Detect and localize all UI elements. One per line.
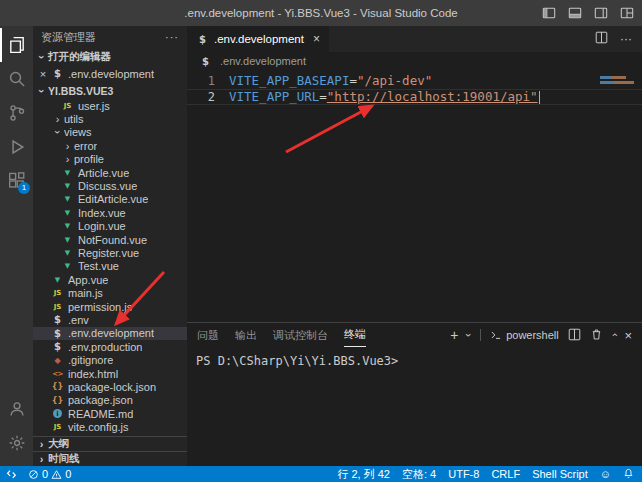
shell-selector[interactable]: powershell [490,329,559,341]
file-name: error [74,140,97,152]
indentation-button[interactable]: 空格: 4 [402,467,436,482]
tree-item-index.html[interactable]: <>index.html [33,367,187,380]
open-editor-item[interactable]: × $ .env.development [33,65,187,82]
source-control-icon[interactable] [0,96,33,130]
tree-item-Register.vue[interactable]: ▼Register.vue [33,246,187,259]
project-header[interactable]: › YI.BBS.VUE3 [33,82,187,99]
toggle-panel-icon[interactable] [568,6,582,20]
tree-item-README.md[interactable]: iREADME.md [33,407,187,420]
tree-item-utils[interactable]: ›utils [33,112,187,125]
breadcrumb[interactable]: $ .env.development [187,52,642,70]
editor-area: $ .env.development × ··· $ .env.developm… [187,26,642,466]
new-terminal-icon[interactable]: + [450,327,458,343]
workbench: 1 资源管理器 ··· › 打开的编辑器 × [0,26,642,466]
extensions-badge: 1 [18,182,30,194]
tab-output[interactable]: 输出 [235,323,257,347]
breadcrumb-item: .env.development [220,55,306,67]
operator: = [349,73,357,89]
open-editors-header[interactable]: › 打开的编辑器 [33,48,187,65]
file-name: EditArticle.vue [78,193,148,205]
tree-item-user.js[interactable]: JSuser.js [33,99,187,112]
chevron-right-icon: › [61,153,74,165]
env-file-icon: $ [51,341,64,352]
file-name: vite.config.js [68,421,129,433]
tree-item-Discuss.vue[interactable]: ▼Discuss.vue [33,179,187,192]
tree-item-.env.production[interactable]: $.env.production [33,340,187,353]
tree-item-EditArticle.vue[interactable]: ▼EditArticle.vue [33,193,187,206]
panel-tab-bar: 问题 输出 调试控制台 终端 + › powershell [187,323,642,347]
tree-item-permission.js[interactable]: JSpermission.js [33,300,187,313]
operator: = [319,89,327,105]
split-editor-icon[interactable] [595,31,608,47]
tree-item-vite.config.js[interactable]: JSvite.config.js [33,420,187,433]
tree-item-.env[interactable]: $.env [33,313,187,326]
more-actions-icon[interactable]: ··· [165,31,179,43]
kill-terminal-icon[interactable] [590,328,603,343]
panel-controls: + › powershell › × [450,323,632,347]
code-line-1[interactable]: 1VITE_APP_BASEAPI="/api-dev" [187,73,642,89]
chevron-right-icon: › [35,453,48,465]
tree-item-Test.vue[interactable]: ▼Test.vue [33,260,187,273]
tree-item-NotFound.vue[interactable]: ▼NotFound.vue [33,233,187,246]
code-line-2[interactable]: 2VITE_APP_URL="http://localhost:19001/ap… [187,89,642,105]
tree-item-.gitignore[interactable]: ◆.gitignore [33,353,187,366]
tree-item-Article.vue[interactable]: ▼Article.vue [33,166,187,179]
run-debug-icon[interactable] [0,130,33,164]
tree-item-error[interactable]: ›error [33,139,187,152]
line-number: 1 [187,73,215,89]
tree-item-Index.vue[interactable]: ▼Index.vue [33,206,187,219]
close-icon[interactable]: × [37,68,49,80]
tree-item-Login.vue[interactable]: ▼Login.vue [33,220,187,233]
close-icon[interactable]: × [313,32,320,46]
tree-item-main.js[interactable]: JSmain.js [33,286,187,299]
tab-debug-console[interactable]: 调试控制台 [273,323,328,347]
remote-indicator[interactable] [6,468,18,480]
file-name: App.vue [68,274,108,286]
extensions-icon[interactable]: 1 [0,164,33,198]
env-value: "/api-dev" [357,73,432,89]
js-file-icon: JS [61,102,74,110]
toggle-sidebar-icon[interactable] [542,6,556,20]
tree-item-profile[interactable]: ›profile [33,153,187,166]
maximize-panel-icon[interactable]: › [608,333,620,337]
status-bar-left: 0 0 [6,468,71,480]
tab-terminal[interactable]: 终端 [344,323,366,347]
terminal-output[interactable]: PS D:\CSharp\Yi\Yi.BBS.Vue3> [187,347,642,466]
terminal-prompt: PS D:\CSharp\Yi\Yi.BBS.Vue3> [196,354,398,368]
chevron-down-icon[interactable]: › [463,333,475,337]
window-title: .env.development - Yi.BBS.Vue3 - Visual … [184,7,457,19]
eol-button[interactable]: CRLF [491,468,520,480]
toggle-secondary-sidebar-icon[interactable] [594,6,608,20]
tree-item-.env.development[interactable]: $.env.development [33,327,187,340]
cursor-position-button[interactable]: 行 2, 列 42 [337,467,390,482]
settings-gear-icon[interactable] [0,426,33,460]
notifications-bell-icon[interactable] [623,468,634,481]
encoding-button[interactable]: UTF-8 [448,468,479,480]
close-panel-icon[interactable]: × [624,328,632,343]
language-mode-button[interactable]: Shell Script [532,468,588,480]
explorer-icon[interactable] [0,28,33,62]
tab-env-development[interactable]: $ .env.development × [187,26,329,52]
customize-layout-icon[interactable] [620,6,634,20]
minimap[interactable] [598,74,640,86]
account-icon[interactable] [0,392,33,426]
problems-counter[interactable]: 0 0 [28,468,71,480]
git-file-icon: ◆ [51,356,64,365]
feedback-smiley-icon[interactable]: ☺ [600,468,611,480]
tree-item-package-lock.json[interactable]: {}package-lock.json [33,380,187,393]
tree-item-App.vue[interactable]: ▼App.vue [33,273,187,286]
tree-item-package.json[interactable]: {}package.json [33,394,187,407]
env-key: VITE_APP_BASEAPI [229,73,349,89]
status-bar-right: 行 2, 列 42 空格: 4 UTF-8 CRLF Shell Script … [337,467,634,482]
shell-label: powershell [506,329,559,341]
bottom-panel: 问题 输出 调试控制台 终端 + › powershell [187,322,642,466]
outline-section-header[interactable]: › 大纲 [33,436,187,451]
search-icon[interactable] [0,62,33,96]
code-editor[interactable]: 1VITE_APP_BASEAPI="/api-dev" 2VITE_APP_U… [187,70,642,322]
more-actions-icon[interactable]: ··· [620,32,632,46]
timeline-section-header[interactable]: › 时间线 [33,451,187,466]
tree-item-views[interactable]: ›views [33,126,187,139]
tab-problems[interactable]: 问题 [197,323,219,347]
split-terminal-icon[interactable] [568,328,581,343]
chevron-down-icon: › [36,50,48,63]
